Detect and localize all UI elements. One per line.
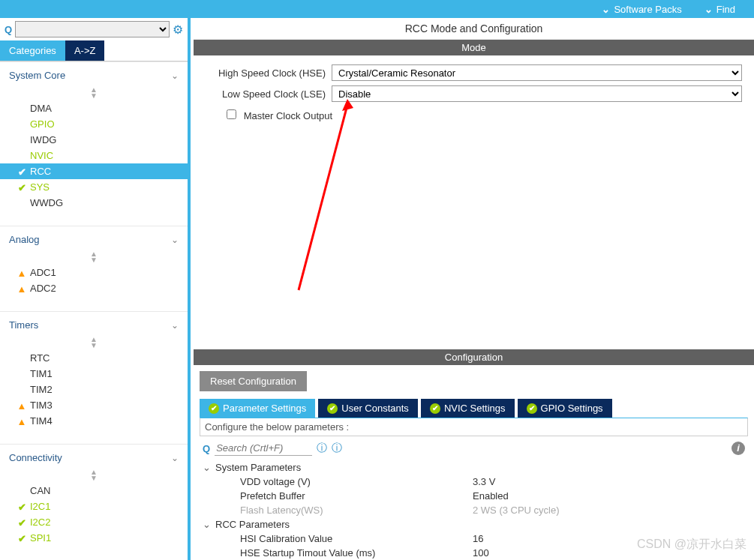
left-panel: Q ⚙ Categories A->Z System Core⌄ ▲▼ DMA … — [0, 18, 191, 560]
item-i2c2[interactable]: ✔I2C2 — [0, 514, 188, 530]
software-packs-menu[interactable]: Software Packs — [602, 4, 681, 15]
item-wwdg[interactable]: WWDG — [0, 195, 188, 211]
param-row[interactable]: Prefetch BufferEnabled — [203, 489, 745, 503]
config-body: Reset Configuration ✔Parameter Settings … — [194, 365, 754, 560]
tab-user-constants[interactable]: ✔User Constants — [318, 399, 418, 418]
check-icon: ✔ — [17, 166, 27, 178]
ok-icon: ✔ — [209, 403, 219, 414]
item-tim3[interactable]: ▲TIM3 — [0, 397, 188, 413]
param-row: Flash Latency(WS)2 WS (3 CPU cycle) — [203, 503, 745, 517]
warning-icon: ▲ — [17, 268, 27, 279]
sort-icon[interactable]: ▲▼ — [0, 250, 188, 265]
item-i2c1[interactable]: ✔I2C1 — [0, 499, 188, 514]
config-description: Configure the below parameters : — [200, 418, 748, 436]
item-tim4[interactable]: ▲TIM4 — [0, 413, 188, 429]
prev-icon[interactable]: ⓘ — [317, 442, 327, 455]
chevron-icon: ⌄ — [171, 70, 179, 81]
mode-body: High Speed Clock (HSE) Crystal/Ceramic R… — [194, 55, 754, 349]
tab-parameter-settings[interactable]: ✔Parameter Settings — [200, 399, 315, 418]
item-tim2[interactable]: TIM2 — [0, 382, 188, 397]
group-rcc-parameters[interactable]: RCC Parameters — [203, 517, 745, 532]
item-can[interactable]: CAN — [0, 483, 188, 499]
hse-label: High Speed Clock (HSE) — [206, 67, 326, 79]
panel-title: RCC Mode and Configuration — [194, 18, 754, 40]
lse-label: Low Speed Clock (LSE) — [206, 88, 326, 100]
config-header: Configuration — [194, 349, 754, 365]
mode-header: Mode — [194, 40, 754, 55]
view-tabs: Categories A->Z — [0, 40, 188, 61]
item-nvic[interactable]: NVIC — [0, 148, 188, 163]
check-icon: ✔ — [17, 517, 27, 529]
ok-icon: ✔ — [327, 403, 338, 414]
tab-az[interactable]: A->Z — [65, 40, 105, 61]
group-system-parameters[interactable]: System Parameters — [203, 460, 745, 475]
param-search-input[interactable] — [215, 441, 312, 456]
search-icon[interactable]: Q — [5, 24, 12, 35]
item-rtc[interactable]: RTC — [0, 350, 188, 366]
hse-select[interactable]: Crystal/Ceramic Resonator — [332, 64, 742, 81]
info-icon[interactable]: i — [731, 442, 745, 455]
chevron-icon: ⌄ — [171, 320, 179, 331]
next-icon[interactable]: ⓘ — [332, 442, 342, 455]
item-rcc[interactable]: ✔RCC — [0, 163, 188, 179]
top-bar: Software Packs Find — [0, 0, 754, 18]
category-analog[interactable]: Analog⌄ — [0, 226, 188, 250]
item-sys[interactable]: ✔SYS — [0, 179, 188, 195]
category-connectivity[interactable]: Connectivity⌄ — [0, 444, 188, 468]
find-menu[interactable]: Find — [704, 4, 735, 15]
warning-icon: ▲ — [17, 283, 27, 295]
watermark: CSDN @凉开水白菜 — [637, 537, 746, 553]
sort-icon[interactable]: ▲▼ — [0, 335, 188, 350]
item-adc2[interactable]: ▲ADC2 — [0, 280, 188, 296]
param-row[interactable]: VDD voltage (V)3.3 V — [203, 475, 745, 489]
svg-line-0 — [299, 105, 347, 290]
warning-icon: ▲ — [17, 416, 27, 427]
annotation-arrow-icon — [291, 99, 381, 294]
mco-checkbox[interactable] — [227, 109, 236, 119]
settings-icon[interactable]: ⚙ — [173, 22, 183, 37]
search-icon[interactable]: Q — [203, 443, 210, 454]
reset-button[interactable]: Reset Configuration — [200, 371, 307, 391]
tab-categories[interactable]: Categories — [0, 40, 65, 61]
item-dma[interactable]: DMA — [0, 100, 188, 116]
chevron-icon: ⌄ — [171, 453, 179, 463]
peripheral-search[interactable] — [15, 21, 170, 37]
mco-label: Master Clock Output — [244, 110, 333, 121]
check-icon: ✔ — [17, 502, 27, 513]
right-panel: RCC Mode and Configuration Mode High Spe… — [194, 18, 754, 560]
ok-icon: ✔ — [527, 403, 537, 414]
item-iwdg[interactable]: IWDG — [0, 132, 188, 148]
check-icon: ✔ — [17, 182, 27, 193]
lse-select[interactable]: Disable — [332, 85, 742, 102]
peripheral-tree: System Core⌄ ▲▼ DMA GPIO IWDG NVIC ✔RCC … — [0, 61, 188, 559]
item-adc1[interactable]: ▲ADC1 — [0, 265, 188, 280]
check-icon: ✔ — [17, 533, 27, 544]
sort-icon[interactable]: ▲▼ — [0, 468, 188, 483]
warning-icon: ▲ — [17, 400, 27, 412]
category-timers[interactable]: Timers⌄ — [0, 311, 188, 335]
item-spi1[interactable]: ✔SPI1 — [0, 530, 188, 546]
ok-icon: ✔ — [430, 403, 440, 414]
sort-icon[interactable]: ▲▼ — [0, 85, 188, 100]
item-gpio[interactable]: GPIO — [0, 116, 188, 132]
category-system-core[interactable]: System Core⌄ — [0, 61, 188, 85]
tab-gpio-settings[interactable]: ✔GPIO Settings — [518, 399, 612, 418]
item-tim1[interactable]: TIM1 — [0, 366, 188, 382]
tab-nvic-settings[interactable]: ✔NVIC Settings — [421, 399, 515, 418]
chevron-icon: ⌄ — [171, 235, 179, 245]
